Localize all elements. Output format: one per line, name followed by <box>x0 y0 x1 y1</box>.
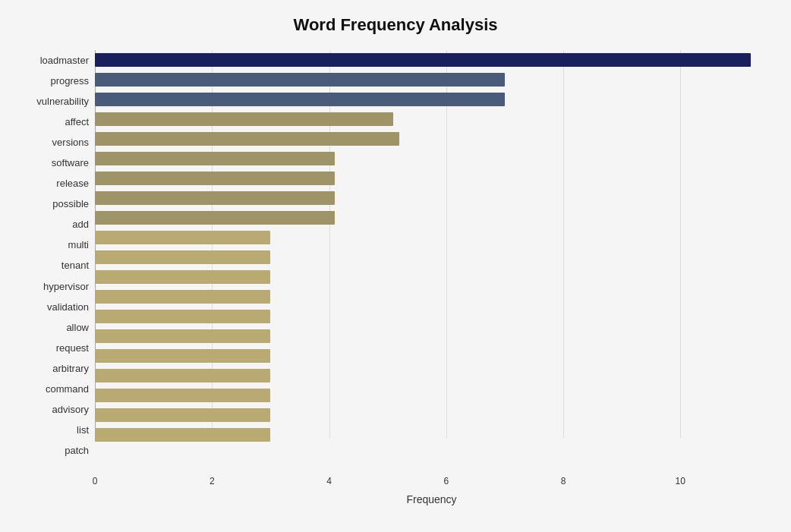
bar-row <box>95 50 768 70</box>
x-axis-label: Frequency <box>406 493 456 505</box>
bar <box>95 349 270 363</box>
bar <box>95 53 751 67</box>
y-label: add <box>72 214 89 235</box>
bar-row <box>95 228 768 247</box>
bar <box>95 408 270 422</box>
y-label: command <box>46 379 89 399</box>
bar <box>95 231 270 244</box>
chart-container: Word Frequency Analysis loadmasterprogre… <box>0 0 791 532</box>
y-label: versions <box>52 132 89 153</box>
y-label: progress <box>50 71 89 91</box>
bar-row <box>95 247 768 267</box>
bar <box>95 389 270 402</box>
bar-row <box>95 149 768 168</box>
bar <box>95 132 399 146</box>
bar <box>95 191 335 205</box>
y-label: tenant <box>61 255 89 275</box>
bar-row <box>95 267 768 287</box>
y-label: vulnerability <box>36 91 89 112</box>
bar <box>95 73 505 87</box>
bar-row <box>95 109 768 129</box>
y-label: possible <box>52 194 89 214</box>
bar-row <box>95 129 768 149</box>
x-tick-label: 0 <box>93 476 98 486</box>
chart-title: Word Frequency Analysis <box>23 15 768 35</box>
bar <box>95 310 270 323</box>
bar-row <box>95 386 768 405</box>
bar <box>95 250 270 264</box>
y-label: release <box>56 173 89 194</box>
bar <box>95 428 270 442</box>
bar-row <box>95 208 768 228</box>
bar <box>95 369 270 382</box>
bar-row <box>95 188 768 208</box>
y-label: list <box>77 420 89 440</box>
bar <box>95 211 335 225</box>
y-label: multi <box>68 235 89 255</box>
y-label: patch <box>65 440 89 461</box>
bars-and-grid: 0246810 Frequency <box>95 50 768 461</box>
x-tick-label: 4 <box>326 476 332 486</box>
x-tick-label: 10 <box>676 476 685 486</box>
bars-area <box>95 50 768 467</box>
y-label: allow <box>66 317 89 338</box>
y-label: software <box>52 153 89 173</box>
x-tick-label: 8 <box>561 476 566 486</box>
y-label: affect <box>65 112 89 132</box>
bar-row <box>95 168 768 188</box>
y-label: advisory <box>52 399 89 420</box>
y-label: loadmaster <box>40 50 89 71</box>
bar-row <box>95 405 768 425</box>
x-tick-label: 2 <box>210 476 215 486</box>
x-tick-label: 6 <box>443 476 449 486</box>
bar <box>95 270 270 284</box>
y-axis-labels: loadmasterprogressvulnerabilityaffectver… <box>23 50 95 461</box>
bar-row <box>95 366 768 386</box>
y-label: hypervisor <box>43 276 89 297</box>
bar-row <box>95 287 768 307</box>
y-label: arbitrary <box>52 358 89 379</box>
bar-row <box>95 307 768 326</box>
bar-row <box>95 70 768 90</box>
bar-row <box>95 90 768 109</box>
bar <box>95 290 270 304</box>
bar <box>95 93 505 106</box>
bar <box>95 112 393 126</box>
bar <box>95 172 335 185</box>
bar-row <box>95 425 768 445</box>
y-label: validation <box>47 297 89 317</box>
bar-row <box>95 326 768 346</box>
y-label: request <box>56 338 89 358</box>
bar <box>95 329 270 343</box>
bar-row <box>95 346 768 366</box>
chart-area: loadmasterprogressvulnerabilityaffectver… <box>23 50 768 461</box>
bar <box>95 152 335 165</box>
